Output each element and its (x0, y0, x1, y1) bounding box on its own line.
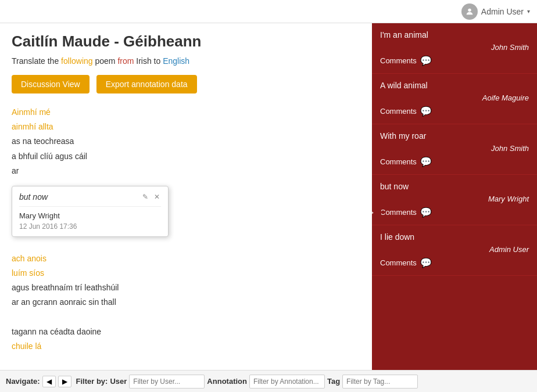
tooltip-title: but now (19, 192, 48, 202)
comments-bubble-icon: 💬 (420, 106, 432, 117)
poem-line: luím síos (12, 266, 360, 280)
annotation-item: I lie down Admin User Comments 💬 (372, 225, 537, 276)
svg-point-0 (468, 8, 471, 11)
annotation-comments[interactable]: Comments 💬 (380, 106, 529, 117)
top-bar: Admin User ▾ (0, 0, 537, 23)
comments-label: Comments (380, 157, 417, 166)
chevron-down-icon: ▾ (527, 8, 530, 15)
annotation-filter-label: Annotation (207, 377, 247, 386)
subtitle-from: from (117, 56, 134, 66)
tag-filter-label: Tag (327, 377, 340, 386)
comments-bubble-icon: 💬 (420, 207, 432, 218)
poem-line: Ainmhí mé (12, 105, 360, 120)
tooltip-divider (19, 206, 161, 207)
filter-section: Filter by: User Annotation Tag (76, 375, 418, 389)
tooltip-date: 12 Jun 2016 17:36 (19, 222, 161, 231)
poem-line (12, 354, 360, 368)
filter-label: Filter by: (76, 377, 108, 386)
panel-toggle-button[interactable]: → (372, 203, 381, 222)
annotation-text: I'm an animal (380, 30, 529, 39)
annotation-item: A wild animal Aoife Maguire Comments 💬 (372, 74, 537, 124)
poem-line (12, 237, 360, 251)
annotation-item: With my roar John Smith Comments 💬 (372, 124, 537, 175)
subtitle-mid: poem (93, 56, 118, 66)
annotation-author: John Smith (380, 144, 529, 153)
tooltip-close-button[interactable]: ✕ (153, 193, 161, 201)
annotation-item: but now Mary Wright Comments 💬 (372, 175, 537, 225)
poem-line (12, 310, 360, 325)
poem-line: a dhéanfadh rud ar bith (12, 368, 360, 370)
subtitle-following: following (61, 56, 92, 66)
user-filter-label: User (110, 377, 127, 386)
annotation-text: I lie down (380, 232, 529, 242)
annotation-author: Admin User (380, 245, 529, 254)
poem-line: tagann na céadta daoine (12, 325, 360, 339)
poem-line: ar an gcrann aonraic sin thall (12, 295, 360, 310)
navigate-label: Navigate: (6, 377, 40, 386)
main-layout: Caitlín Maude - Géibheann Translate the … (0, 23, 537, 370)
poem-line: as na teochreasa (12, 134, 360, 149)
poem-line: ainmhí allta (12, 120, 360, 134)
annotation-text: With my roar (380, 131, 529, 141)
poem-line: ar (12, 164, 360, 178)
comments-label: Comments (380, 258, 417, 267)
annotation-author: Aoife Maguire (380, 93, 529, 102)
next-nav-button[interactable]: ▶ (58, 376, 71, 387)
comments-bubble-icon: 💬 (420, 156, 432, 167)
subtitle-irish: Irish (136, 56, 151, 66)
tooltip-user: Mary Wright (19, 211, 161, 220)
subtitle: Translate the following poem from Irish … (12, 56, 360, 66)
comments-label: Comments (380, 208, 417, 217)
left-panel: Caitlín Maude - Géibheann Translate the … (0, 23, 372, 370)
poem-line: a bhfuil clíú agus cáil (12, 149, 360, 164)
right-panel: → I'm an animal John Smith Comments 💬 A … (372, 23, 537, 370)
tag-filter-input[interactable] (342, 375, 418, 389)
page-title: Caitlín Maude - Géibheann (12, 33, 360, 51)
annotation-item: I'm an animal John Smith Comments 💬 (372, 23, 537, 74)
user-filter-input[interactable] (129, 375, 205, 389)
poem-text: Ainmhí mé ainmhí allta as na teochreasa … (12, 105, 360, 370)
annotation-author: Mary Wright (380, 195, 529, 203)
annotation-text: but now (380, 182, 529, 191)
comments-label: Comments (380, 56, 417, 65)
tooltip-header: but now ✎ ✕ (19, 192, 161, 202)
tooltip-edit-button[interactable]: ✎ (141, 193, 149, 201)
annotation-filter-input[interactable] (249, 375, 325, 389)
prev-nav-button[interactable]: ◀ (42, 376, 56, 387)
comments-label: Comments (380, 107, 417, 116)
user-label: Admin User (481, 7, 524, 16)
subtitle-to: to (152, 56, 163, 66)
user-menu[interactable]: Admin User ▾ (461, 3, 530, 20)
poem-line: chuile lá (12, 339, 360, 354)
annotation-comments[interactable]: Comments 💬 (380, 257, 529, 268)
navigate-section: Navigate: ◀ ▶ (6, 376, 71, 387)
comments-bubble-icon: 💬 (420, 257, 432, 268)
annotation-comments[interactable]: Comments 💬 (380, 55, 529, 66)
annotation-text: A wild animal (380, 81, 529, 90)
tooltip-popup: but now ✎ ✕ Mary Wright 12 Jun 2016 17:3… (12, 186, 169, 237)
poem-line: agus breathnaím trí leathshúil (12, 280, 360, 295)
button-group: Discussion View Export annotation data (12, 75, 360, 93)
export-annotation-button[interactable]: Export annotation data (96, 75, 197, 93)
discussion-view-button[interactable]: Discussion View (12, 75, 90, 93)
tooltip-actions: ✎ ✕ (141, 193, 161, 201)
subtitle-english: English (163, 56, 189, 66)
comments-bubble-icon: 💬 (420, 55, 432, 66)
user-avatar-icon (461, 3, 478, 20)
subtitle-pre: Translate the (12, 56, 61, 66)
poem-line: ach anois (12, 251, 360, 266)
annotation-author: John Smith (380, 43, 529, 52)
bottom-bar: Navigate: ◀ ▶ Filter by: User Annotation… (0, 370, 537, 392)
annotation-comments[interactable]: Comments 💬 (380, 156, 529, 167)
annotation-comments[interactable]: Comments 💬 (380, 207, 529, 218)
